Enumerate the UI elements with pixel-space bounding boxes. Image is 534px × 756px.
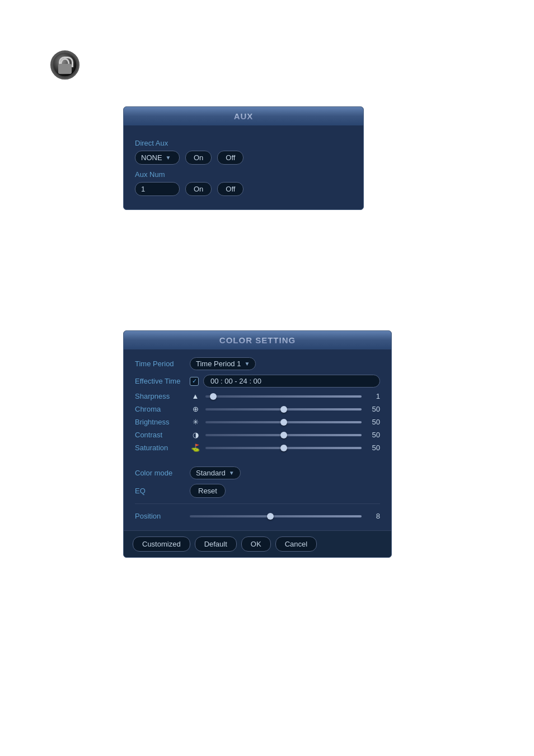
sharpness-thumb [210, 393, 217, 400]
aux-num-display: 1 [141, 185, 145, 193]
position-label: Position [135, 512, 185, 520]
position-thumb [267, 513, 274, 520]
chroma-slider[interactable]: 50 [205, 405, 380, 413]
chroma-thumb [280, 406, 287, 413]
direct-aux-row: NONE ▼ On Off [135, 151, 352, 165]
effective-time-label: Effective Time [135, 377, 185, 385]
brightness-label: Brightness [135, 418, 185, 426]
contrast-value: 50 [366, 431, 380, 439]
color-mode-row: Color mode Standard ▼ [135, 466, 380, 479]
color-mode-label: Color mode [135, 469, 185, 477]
saturation-slider[interactable]: 50 [205, 444, 380, 452]
color-setting-panel: COLOR SETTING Time Period Time Period 1 … [123, 330, 392, 558]
chroma-value: 50 [366, 405, 380, 413]
svg-rect-3 [64, 68, 66, 71]
brightness-slider[interactable]: 50 [205, 418, 380, 426]
time-period-arrow: ▼ [244, 361, 250, 367]
color-mode-arrow: ▼ [229, 470, 235, 476]
color-panel-body: Time Period Time Period 1 ▼ Effective Ti… [124, 349, 391, 530]
chroma-icon: ⊕ [190, 405, 201, 413]
none-value: NONE [141, 153, 162, 162]
aux-num-on-button[interactable]: On [185, 182, 212, 196]
contrast-thumb [280, 432, 287, 438]
saturation-value: 50 [366, 444, 380, 452]
divider [135, 503, 380, 504]
eq-label: EQ [135, 487, 185, 495]
bottom-buttons: Customized Default OK Cancel [124, 530, 391, 557]
svg-point-2 [63, 67, 66, 69]
sharpness-row: Sharpness ▲ 1 [135, 392, 380, 400]
color-panel-header: COLOR SETTING [124, 331, 391, 349]
saturation-label: Saturation [135, 444, 185, 452]
none-select[interactable]: NONE ▼ [135, 151, 180, 165]
position-row: Position 8 [135, 510, 380, 522]
aux-title: AUX [234, 111, 254, 121]
lock-icon-area [50, 50, 79, 80]
brightness-row: Brightness ✳ 50 [135, 418, 380, 426]
contrast-track [205, 434, 362, 436]
contrast-label: Contrast [135, 431, 185, 439]
time-period-label: Time Period [135, 360, 185, 368]
aux-num-value[interactable]: 1 [135, 182, 180, 196]
direct-aux-label: Direct Aux [135, 139, 352, 147]
sharpness-track [205, 395, 362, 398]
contrast-icon: ◑ [190, 431, 201, 439]
time-period-value: Time Period 1 [196, 360, 241, 368]
default-button[interactable]: Default [195, 536, 237, 552]
time-period-row: Time Period Time Period 1 ▼ [135, 357, 380, 370]
brightness-thumb [280, 419, 287, 426]
color-title: COLOR SETTING [219, 335, 296, 345]
sharpness-label: Sharpness [135, 392, 185, 400]
position-value: 8 [366, 512, 380, 520]
brightness-icon: ✳ [190, 418, 201, 426]
effective-time-row: Effective Time 00 : 00 - 24 : 00 [135, 375, 380, 388]
eq-reset-button[interactable]: Reset [190, 484, 226, 498]
direct-aux-on-button[interactable]: On [185, 151, 212, 165]
ok-button[interactable]: OK [241, 536, 271, 552]
direct-aux-off-button[interactable]: Off [217, 151, 243, 165]
saturation-row: Saturation ⛳ 50 [135, 444, 380, 452]
chroma-track [205, 408, 362, 410]
effective-time-checkbox[interactable] [190, 377, 199, 386]
svg-rect-1 [59, 65, 71, 73]
lock-icon [50, 50, 79, 80]
aux-num-off-button[interactable]: Off [217, 182, 243, 196]
brightness-value: 50 [366, 418, 380, 426]
saturation-thumb [280, 445, 287, 451]
sharpness-slider[interactable]: 1 [205, 392, 380, 400]
effective-time-value[interactable]: 00 : 00 - 24 : 00 [203, 375, 380, 388]
chroma-label: Chroma [135, 405, 185, 413]
aux-num-label: Aux Num [135, 170, 352, 179]
aux-panel-body: Direct Aux NONE ▼ On Off Aux Num 1 On Of… [124, 125, 363, 209]
eq-row: EQ Reset [135, 484, 380, 498]
sharpness-icon: ▲ [190, 392, 201, 400]
brightness-track [205, 421, 362, 423]
position-track [190, 515, 362, 517]
customized-button[interactable]: Customized [133, 536, 190, 552]
saturation-icon: ⛳ [190, 444, 201, 452]
contrast-row: Contrast ◑ 50 [135, 431, 380, 439]
color-mode-select[interactable]: Standard ▼ [190, 466, 241, 479]
sharpness-value: 1 [366, 392, 380, 400]
chroma-row: Chroma ⊕ 50 [135, 405, 380, 413]
aux-panel: AUX Direct Aux NONE ▼ On Off Aux Num 1 O… [123, 106, 364, 210]
color-mode-value: Standard [196, 469, 226, 477]
aux-num-row: 1 On Off [135, 182, 352, 196]
aux-panel-header: AUX [124, 107, 363, 125]
svg-point-0 [53, 53, 77, 77]
cancel-button[interactable]: Cancel [275, 536, 317, 552]
saturation-track [205, 447, 362, 449]
position-slider[interactable]: 8 [190, 512, 380, 520]
none-arrow: ▼ [166, 155, 171, 161]
time-period-select[interactable]: Time Period 1 ▼ [190, 357, 256, 370]
contrast-slider[interactable]: 50 [205, 431, 380, 439]
